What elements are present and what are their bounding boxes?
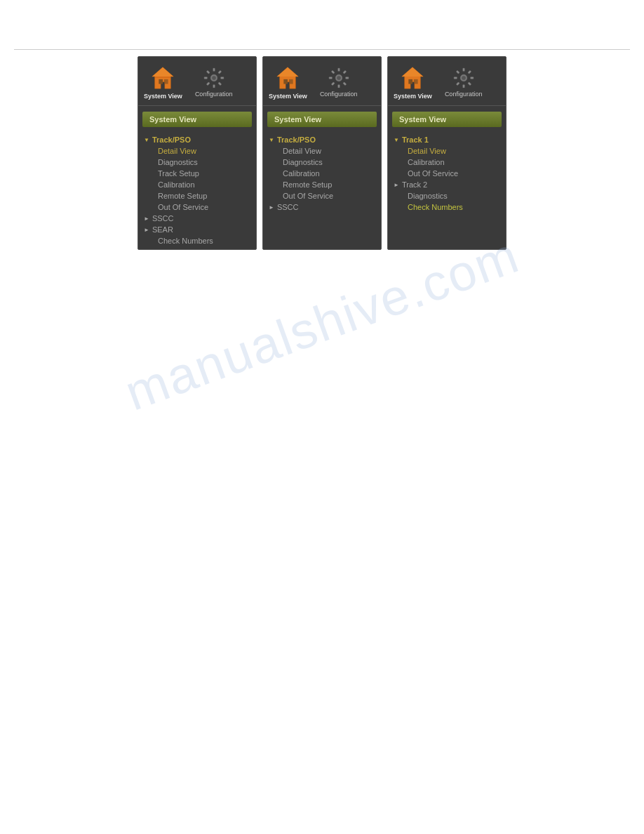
svg-rect-28 [331, 70, 335, 74]
panel-1-calibration[interactable]: Calibration [138, 179, 256, 190]
configuration-icon [203, 67, 225, 89]
panel-1-track-pso-label: Track/PSO [152, 135, 191, 144]
panel-2-diagnostics-label: Diagnostics [283, 158, 323, 166]
panel-3-configuration-nav[interactable]: Configuration [445, 67, 483, 98]
svg-rect-23 [345, 77, 349, 79]
panel-1-remote-setup[interactable]: Remote Setup [138, 190, 256, 201]
svg-rect-11 [206, 81, 210, 85]
svg-rect-42 [454, 77, 457, 79]
panel-3-detail-view[interactable]: Detail View [388, 145, 506, 157]
panel-2-track-pso-arrow: ▼ [269, 137, 274, 143]
svg-rect-39 [467, 81, 471, 85]
svg-rect-6 [213, 67, 215, 71]
svg-marker-32 [402, 67, 423, 76]
panel-1-check-numbers[interactable]: Check Numbers [138, 235, 256, 246]
svg-rect-22 [342, 70, 346, 74]
panel-2-tree: ▼ Track/PSO Detail View Diagnostics Cali… [263, 131, 381, 216]
panel-1-sear-arrow: ► [144, 227, 149, 233]
panel-3-out-of-service[interactable]: Out Of Service [388, 168, 506, 179]
svg-rect-27 [329, 77, 333, 79]
panel-2-detail-view[interactable]: Detail View [263, 145, 381, 157]
svg-rect-34 [414, 79, 418, 84]
panel-3: System View [387, 56, 507, 250]
svg-rect-37 [467, 70, 471, 74]
panel-1-sscc-label: SSCC [152, 214, 174, 223]
panel-3-calibration-label: Calibration [408, 158, 445, 166]
panel-1-tree: ▼ Track/PSO Detail View Diagnostics Trac… [138, 131, 256, 249]
panel-1-remote-setup-label: Remote Setup [158, 192, 207, 200]
panel-1-configuration-nav[interactable]: Configuration [195, 67, 233, 98]
panel-2: System View [262, 56, 382, 250]
panel-2-banner: System View [267, 112, 377, 127]
panel-2-track-pso[interactable]: ▼ Track/PSO [263, 134, 381, 145]
panel-3-header: System View [388, 57, 506, 106]
panel-2-sscc-label: SSCC [277, 203, 299, 211]
svg-rect-10 [213, 84, 215, 88]
panel-1-track-pso-arrow: ▼ [144, 137, 149, 143]
panel-3-check-numbers-label: Check Numbers [408, 203, 463, 211]
svg-rect-33 [409, 79, 413, 84]
svg-marker-1 [152, 67, 173, 76]
svg-rect-38 [470, 77, 474, 79]
panel-1-track-pso[interactable]: ▼ Track/PSO [138, 134, 256, 145]
svg-rect-7 [217, 70, 221, 74]
panel-3-configuration-icon [452, 67, 475, 89]
panel-2-detail-view-label: Detail View [283, 147, 321, 155]
panel-3-track1[interactable]: ▼ Track 1 [388, 134, 506, 145]
panel-2-configuration-label: Configuration [320, 91, 358, 98]
panel-2-out-of-service[interactable]: Out Of Service [263, 190, 381, 201]
panel-1-diagnostics[interactable]: Diagnostics [138, 157, 256, 168]
panel-1-sear[interactable]: ► SEAR [138, 224, 256, 235]
panel-3-calibration[interactable]: Calibration [388, 157, 506, 168]
svg-rect-2 [159, 79, 163, 84]
svg-rect-8 [220, 77, 224, 79]
svg-rect-40 [462, 84, 464, 88]
panel-1-detail-view-label: Detail View [158, 147, 196, 155]
svg-rect-41 [456, 81, 459, 85]
svg-rect-26 [331, 81, 335, 85]
panel-2-remote-setup[interactable]: Remote Setup [263, 179, 381, 190]
panel-3-detail-view-label: Detail View [408, 147, 446, 155]
panel-1-check-numbers-label: Check Numbers [158, 237, 213, 245]
panel-1-track-setup-label: Track Setup [158, 169, 199, 178]
panel-2-out-of-service-label: Out Of Service [283, 192, 333, 200]
panel-1-system-view-nav[interactable]: System View [144, 65, 182, 100]
svg-point-45 [462, 76, 466, 80]
svg-point-15 [212, 76, 216, 80]
panel-3-check-numbers[interactable]: Check Numbers [388, 201, 506, 213]
svg-rect-24 [342, 81, 346, 85]
panel-3-tree: ▼ Track 1 Detail View Calibration Out Of… [388, 131, 506, 216]
panel-1-sscc[interactable]: ► SSCC [138, 213, 256, 224]
panel-3-diagnostics[interactable]: Diagnostics [388, 190, 506, 201]
panel-2-system-view-nav[interactable]: System View [269, 65, 307, 100]
panel-3-system-view-label: System View [394, 93, 432, 100]
svg-marker-17 [277, 67, 298, 76]
svg-rect-21 [337, 67, 340, 71]
svg-rect-4 [155, 77, 171, 78]
panel-2-sscc-arrow: ► [269, 204, 274, 211]
panel-1-calibration-label: Calibration [158, 180, 195, 189]
panel-3-out-of-service-label: Out Of Service [408, 169, 458, 178]
panel-2-configuration-nav[interactable]: Configuration [320, 67, 358, 98]
panel-1-track-setup[interactable]: Track Setup [138, 168, 256, 179]
panel-3-diagnostics-label: Diagnostics [408, 192, 448, 200]
svg-rect-19 [289, 79, 293, 84]
panel-1-out-of-service[interactable]: Out Of Service [138, 201, 256, 213]
panel-2-diagnostics[interactable]: Diagnostics [263, 157, 381, 168]
panel-2-configuration-icon [328, 67, 350, 89]
panel-2-sscc[interactable]: ► SSCC [263, 201, 381, 213]
panel-3-system-view-icon [399, 65, 426, 91]
panel-3-track1-label: Track 1 [402, 135, 429, 144]
panel-2-header: System View [263, 57, 381, 106]
panel-3-system-view-nav[interactable]: System View [394, 65, 432, 100]
top-horizontal-rule [14, 49, 630, 50]
page-container: System View [0, 0, 644, 250]
panel-3-track2[interactable]: ► Track 2 [388, 179, 506, 190]
svg-rect-3 [164, 79, 168, 84]
system-view-icon [149, 65, 176, 91]
panel-2-calibration[interactable]: Calibration [263, 168, 381, 179]
panel-3-track1-arrow: ▼ [394, 137, 399, 143]
panel-1-detail-view[interactable]: Detail View [138, 145, 256, 157]
svg-point-30 [337, 76, 341, 80]
panel-2-system-view-icon [274, 65, 301, 91]
